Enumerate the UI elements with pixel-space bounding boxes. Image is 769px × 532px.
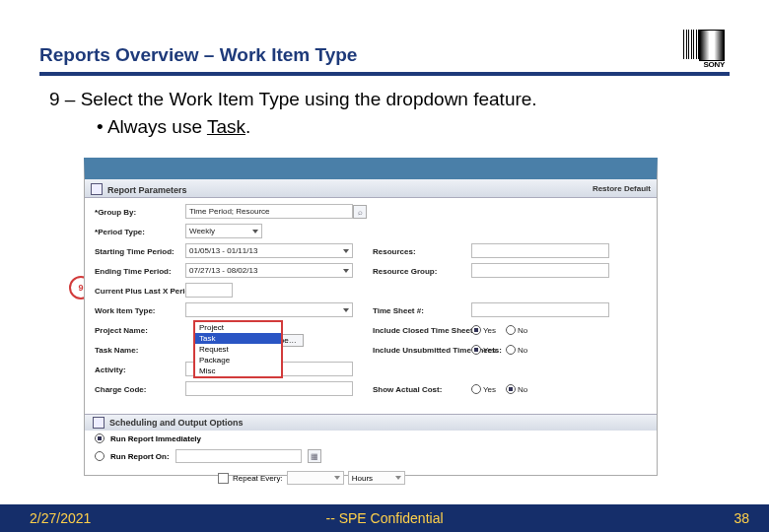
label-work-item-type: Work Item Type: — [95, 302, 185, 318]
label-project: Project Name: — [95, 322, 185, 338]
field-repeat-value[interactable] — [287, 471, 344, 485]
label-period-type: Period Type: — [95, 224, 185, 239]
restore-default-button[interactable]: Restore Default — [593, 184, 651, 193]
footer-page-number: 38 — [734, 510, 749, 526]
step-instruction: 9 – Select the Work Item Type using the … — [49, 89, 720, 110]
footer-date: 2/27/2021 — [30, 510, 91, 526]
field-group-by[interactable]: Time Period; Resource — [185, 204, 353, 219]
field-charge-code[interactable] — [185, 381, 353, 396]
field-end[interactable]: 07/27/13 - 08/02/13 — [185, 263, 353, 278]
dropdown-option-package[interactable]: Package — [195, 355, 281, 366]
report-parameters-screenshot: Report Parameters Restore Default Group … — [84, 158, 658, 476]
label-charge-code: Charge Code: — [95, 381, 185, 397]
repeat-row: Repeat Every: Hours — [218, 471, 405, 485]
dropdown-option-misc[interactable]: Misc — [195, 366, 281, 376]
slide-title: Reports Overview – Work Item Type — [39, 44, 357, 65]
label-include-unsub: Include Unsubmitted Time Sheets: — [373, 342, 471, 358]
panel-icon — [93, 417, 105, 429]
calendar-icon[interactable]: ▦ — [308, 449, 321, 463]
field-timesheet[interactable] — [471, 302, 609, 317]
slide-footer: 2/27/2021 -- SPE Confidential 38 — [0, 504, 769, 532]
panel-icon — [91, 183, 103, 195]
field-run-on-date[interactable] — [175, 449, 302, 463]
label-resources: Resources: — [373, 243, 471, 259]
dropdown-option-task[interactable]: Task — [195, 333, 281, 344]
select-work-item-type[interactable] — [185, 302, 353, 317]
label-activity: Activity: — [95, 362, 185, 377]
dropdown-option-request[interactable]: Request — [195, 344, 281, 355]
radio-show-actual[interactable]: Yes No — [471, 381, 609, 397]
label-res-group: Resource Group: — [373, 263, 471, 279]
label-group-by: Group By: — [95, 204, 185, 220]
run-options: Run Report Immediately Run Report On: ▦ — [95, 433, 321, 469]
parameter-grid: Group By: Time Period; Resource ⌕ Period… — [85, 198, 657, 397]
title-rule — [39, 72, 730, 76]
label-include-closed: Include Closed Time Sheets: — [373, 322, 471, 338]
field-res-group[interactable] — [471, 263, 609, 278]
panel-title: Report Parameters — [107, 185, 187, 195]
label-start: Starting Time Period: — [95, 243, 185, 259]
radio-run-immediately[interactable]: Run Report Immediately — [95, 433, 321, 443]
select-repeat-unit[interactable]: Hours — [348, 471, 405, 485]
radio-include-closed[interactable]: Yes No — [471, 322, 609, 338]
work-item-type-dropdown[interactable]: Project Task Request Package Misc — [193, 320, 283, 378]
panel-header: Report Parameters Restore Default — [85, 179, 657, 198]
step-bullet: Always use Task. — [97, 116, 720, 138]
field-resources[interactable] — [471, 243, 609, 258]
dropdown-option-project[interactable]: Project — [195, 322, 281, 333]
brand-text: SONY — [704, 60, 725, 69]
scheduling-panel-header: Scheduling and Output Options — [85, 414, 657, 431]
label-end: Ending Time Period: — [95, 263, 185, 279]
label-show-actual: Show Actual Cost: — [373, 381, 471, 397]
field-plus-last[interactable] — [185, 283, 233, 298]
label-plus-last: Current Plus Last X Periods: — [95, 283, 185, 299]
radio-include-unsub[interactable]: Yes No — [471, 342, 609, 358]
brand-logo: SONY — [665, 30, 725, 69]
label-task: Task Name: — [95, 342, 185, 358]
checkbox-repeat[interactable] — [218, 473, 229, 484]
radio-run-on[interactable]: Run Report On: ▦ — [95, 449, 321, 463]
select-period-type[interactable]: Weekly — [185, 224, 262, 238]
footer-confidential: -- SPE Confidential — [325, 510, 443, 526]
search-icon[interactable]: ⌕ — [353, 205, 367, 219]
field-start[interactable]: 01/05/13 - 01/11/13 — [185, 243, 353, 258]
label-timesheet: Time Sheet #: — [373, 302, 471, 318]
